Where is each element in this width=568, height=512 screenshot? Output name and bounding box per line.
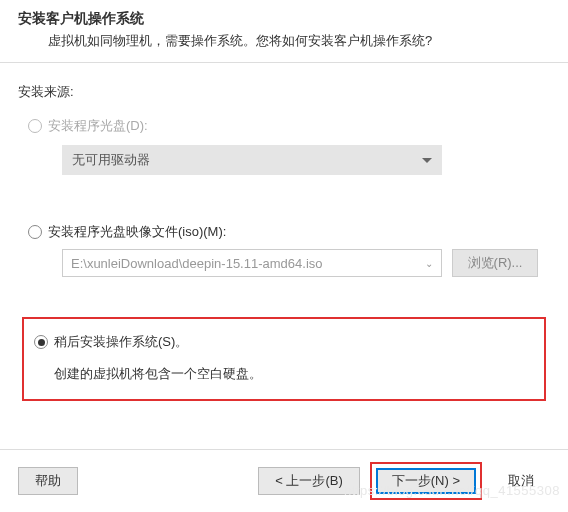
option-disc-label: 安装程序光盘(D): — [48, 117, 148, 135]
highlight-next-button: 下一步(N) > — [370, 462, 482, 500]
iso-path-value: E:\xunleiDownload\deepin-15.11-amd64.iso — [71, 256, 323, 271]
page-title: 安装客户机操作系统 — [18, 10, 550, 28]
radio-icon — [28, 119, 42, 133]
back-button[interactable]: < 上一步(B) — [258, 467, 360, 495]
option-later[interactable]: 稍后安装操作系统(S)。 — [34, 333, 534, 351]
highlight-later-option: 稍后安装操作系统(S)。 创建的虚拟机将包含一个空白硬盘。 — [22, 317, 546, 401]
help-button[interactable]: 帮助 — [18, 467, 78, 495]
option-later-label: 稍后安装操作系统(S)。 — [54, 333, 188, 351]
next-button[interactable]: 下一步(N) > — [376, 468, 476, 494]
option-disc[interactable]: 安装程序光盘(D): — [28, 117, 550, 135]
option-iso[interactable]: 安装程序光盘映像文件(iso)(M): — [28, 223, 550, 241]
source-label: 安装来源: — [18, 83, 550, 101]
disc-dropdown[interactable]: 无可用驱动器 — [62, 145, 442, 175]
radio-icon — [28, 225, 42, 239]
page-subtitle: 虚拟机如同物理机，需要操作系统。您将如何安装客户机操作系统? — [48, 32, 550, 50]
disc-dropdown-value: 无可用驱动器 — [72, 151, 150, 169]
chevron-down-icon — [422, 158, 432, 163]
chevron-down-icon: ⌄ — [425, 258, 433, 269]
option-iso-label: 安装程序光盘映像文件(iso)(M): — [48, 223, 226, 241]
option-later-desc: 创建的虚拟机将包含一个空白硬盘。 — [54, 365, 534, 383]
iso-path-input[interactable]: E:\xunleiDownload\deepin-15.11-amd64.iso… — [62, 249, 442, 277]
browse-button[interactable]: 浏览(R)... — [452, 249, 538, 277]
cancel-button[interactable]: 取消 — [492, 467, 550, 495]
radio-icon — [34, 335, 48, 349]
